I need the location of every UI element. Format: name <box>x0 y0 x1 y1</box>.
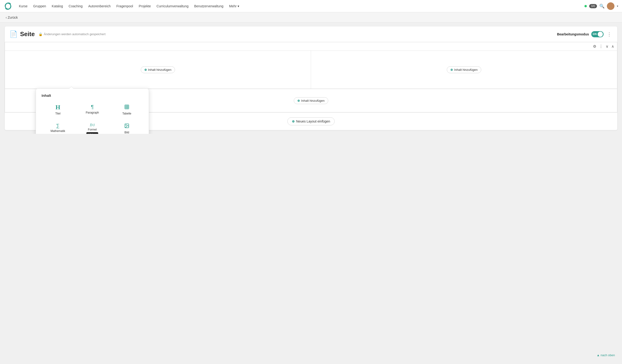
popup-content-title: Inhalt <box>41 94 143 97</box>
page-editor-card: 📄 Seite 🔒 Änderungen werden automatisch … <box>5 26 617 130</box>
toggle-on-label: EIN <box>593 33 597 35</box>
layout-block-1: ⚙ ⋮ ∨ ∧ ⊕ Inhalt hinzufügen ⊕ <box>5 42 617 89</box>
mathematik-label: Mathematik <box>51 129 65 133</box>
nav-items: Kurse Gruppen Katalog Coaching Autorenbe… <box>16 3 584 9</box>
titel-label: Titel <box>55 112 60 115</box>
bild-label: Bild <box>124 131 129 134</box>
back-button[interactable]: ‹ Zurück <box>6 16 18 19</box>
popup-item-mathematik[interactable]: ∑ Mathematik <box>41 120 74 134</box>
popup-item-titel[interactable]: H Titel <box>41 101 74 118</box>
nav-right: 0/0 🔍 ▾ <box>584 2 618 10</box>
more-options-button[interactable]: ⋮ <box>598 44 604 49</box>
add-content-label-3: Inhalt hinzufügen <box>301 99 325 102</box>
popup-item-formel[interactable]: f(x) Formel <box>76 120 109 134</box>
svg-rect-0 <box>125 105 129 109</box>
avatar[interactable] <box>607 2 614 10</box>
page-header: 📄 Seite 🔒 Änderungen werden automatisch … <box>5 26 617 42</box>
top-navigation: Kurse Gruppen Katalog Coaching Autorenbe… <box>0 0 622 12</box>
mathematik-icon: ∑ <box>56 123 59 128</box>
popup-item-paragraph[interactable]: ¶ Paragraph <box>76 101 109 118</box>
formel-label: Formel <box>88 128 97 131</box>
status-indicator <box>584 5 587 7</box>
two-column-layout: ⊕ Inhalt hinzufügen ⊕ Inhalt hinzufügen <box>5 51 617 89</box>
logo[interactable] <box>4 2 12 10</box>
save-icon: 🔒 <box>39 32 42 36</box>
paragraph-icon: ¶ <box>91 104 94 110</box>
user-dropdown-arrow[interactable]: ▾ <box>617 4 618 8</box>
edit-mode-switch[interactable]: EIN <box>591 31 603 37</box>
new-layout-label: Neues Layout einfügen <box>296 119 330 123</box>
nav-item-mehr[interactable]: Mehr ▾ <box>226 3 242 9</box>
score-badge: 0/0 <box>589 4 597 8</box>
edit-mode-toggle: Bearbeitungsmodus EIN ⋮ <box>557 30 613 38</box>
popup-item-bild[interactable]: Bild <box>111 120 143 134</box>
more-options-button[interactable]: ⋮ <box>606 30 613 38</box>
paragraph-label: Paragraph <box>86 111 99 114</box>
move-down-button[interactable]: ∨ <box>605 44 609 49</box>
nav-item-curriculumverwaltung[interactable]: Curriculumverwaltung <box>154 3 191 9</box>
nav-item-katalog[interactable]: Katalog <box>49 3 66 9</box>
add-content-button-2[interactable]: ⊕ Inhalt hinzufügen <box>447 66 481 73</box>
nav-item-projekte[interactable]: Projekte <box>136 3 154 9</box>
add-content-label-2: Inhalt hinzufügen <box>454 68 477 72</box>
nav-item-fragenpool[interactable]: Fragenpool <box>114 3 136 9</box>
nav-item-kurse[interactable]: Kurse <box>16 3 30 9</box>
add-content-button-1[interactable]: ⊕ Inhalt hinzufügen <box>141 66 175 73</box>
popup-item-tabelle[interactable]: Tabelle <box>111 101 143 118</box>
formel-icon: f(x) <box>90 123 95 127</box>
new-layout-plus-icon: ⊕ <box>292 119 295 123</box>
autosave-label: Änderungen werden automatisch gespeicher… <box>44 32 106 36</box>
svg-point-6 <box>126 125 126 125</box>
tabelle-label: Tabelle <box>122 112 131 115</box>
plus-icon-3: ⊕ <box>297 99 300 102</box>
breadcrumb-bar: ‹ Zurück <box>0 12 622 23</box>
new-layout-button[interactable]: ⊕ Neues Layout einfügen <box>287 117 335 125</box>
search-icon[interactable]: 🔍 <box>599 3 604 9</box>
page-type-icon: 📄 <box>9 30 18 38</box>
column-panel-2: ⊕ Inhalt hinzufügen <box>311 51 617 89</box>
autosave-info: 🔒 Änderungen werden automatisch gespeich… <box>39 32 106 36</box>
settings-button[interactable]: ⚙ <box>592 44 597 49</box>
add-content-button-3[interactable]: ⊕ Inhalt hinzufügen <box>294 97 328 104</box>
layout-toolbar: ⚙ ⋮ ∨ ∧ <box>5 42 617 51</box>
plus-icon: ⊕ <box>144 68 147 72</box>
add-content-label: Inhalt hinzufügen <box>148 68 172 72</box>
titel-icon: H <box>56 104 60 111</box>
tabelle-icon <box>124 104 129 111</box>
video-tooltip: Video <box>86 132 98 134</box>
nav-item-coaching[interactable]: Coaching <box>66 3 85 9</box>
layout-area: ⚙ ⋮ ∨ ∧ ⊕ Inhalt hinzufügen ⊕ <box>5 42 617 130</box>
nav-item-benutzerverwaltung[interactable]: Benutzerverwaltung <box>191 3 226 9</box>
column-panel-1: ⊕ Inhalt hinzufügen <box>5 51 311 89</box>
edit-mode-label: Bearbeitungsmodus <box>557 32 589 36</box>
content-picker-popup: Inhalt H Titel ¶ Paragraph <box>36 89 149 134</box>
popup-items-grid: H Titel ¶ Paragraph <box>41 101 143 134</box>
main-content: 📄 Seite 🔒 Änderungen werden automatisch … <box>0 23 622 134</box>
bild-icon <box>124 123 129 129</box>
page-title: Seite <box>20 30 35 38</box>
nav-item-autorenbereich[interactable]: Autorenbereich <box>85 3 114 9</box>
nav-item-gruppen[interactable]: Gruppen <box>30 3 49 9</box>
toggle-knob <box>598 32 603 37</box>
move-up-button[interactable]: ∧ <box>610 44 615 49</box>
plus-icon-2: ⊕ <box>450 68 453 72</box>
